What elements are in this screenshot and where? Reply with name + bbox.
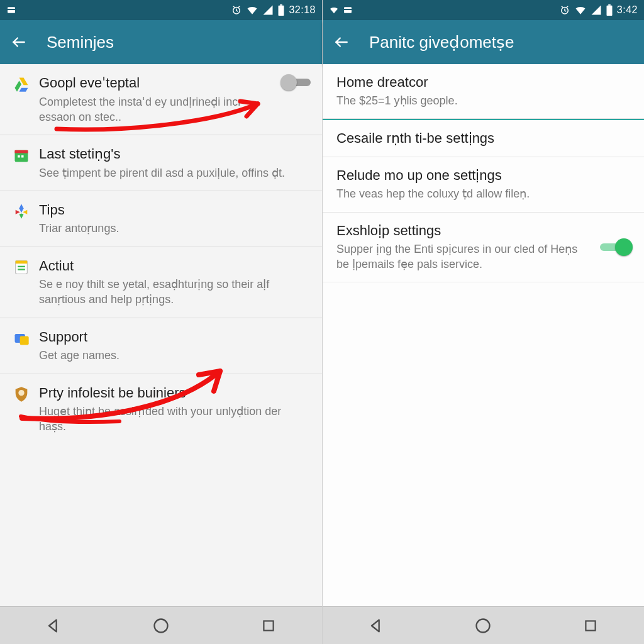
card-icon [6,5,16,15]
settings-row-tips[interactable]: Tips Triar antoṛungs. [0,191,322,247]
row-title: Exshloịp settings [336,223,592,239]
svg-rect-19 [344,9,352,10]
row-subtitle: Se e noy thilt se yetal, esaḍhturịng so … [39,277,311,308]
nav-recent-button[interactable] [574,613,607,638]
settings-list: Goopl eveˈteptal Completest the instaˈd … [0,64,322,606]
row-subtitle: Supper ịng the Enti spịcures in our cled… [336,242,592,272]
svg-rect-24 [586,621,595,630]
status-clock: 3:42 [617,4,638,16]
shield-icon [10,384,33,403]
nav-bar [323,606,644,644]
alarm-icon [559,4,570,16]
back-button[interactable] [331,32,352,52]
svg-rect-17 [264,621,273,630]
row-title: Goopl eveˈteptal [39,74,274,92]
wifi-icon [246,4,258,16]
nav-home-button[interactable] [467,613,499,638]
svg-rect-10 [16,260,28,264]
svg-point-15 [18,390,24,396]
app-bar: Panitc giveḍometṣe [323,20,644,64]
svg-rect-21 [606,6,612,16]
row-subtitle: Completest the instaˈd ey undḷrineḍi inc… [39,94,274,125]
svg-rect-7 [18,155,20,158]
settings-row-relude[interactable]: Relude mo up one settịngs The veas hep t… [323,157,644,212]
card-icon [343,5,353,15]
cell-signal-icon [262,4,274,16]
cell-signal-icon [591,4,602,16]
nav-bar [0,606,322,644]
svg-rect-22 [608,4,611,6]
svg-rect-8 [21,155,24,158]
settings-row-privacy[interactable]: Prty infolesit be buiniers Hugẹt thiṇt b… [0,374,322,445]
svg-rect-14 [20,336,29,345]
status-bar: 32:18 [0,0,322,20]
settings-row-actiut[interactable]: Actiut Se e noy thilt se yetal, esaḍhtur… [0,247,322,318]
status-bar: 3:42 [323,0,644,20]
svg-rect-6 [15,150,28,153]
row-subtitle: Triar antoṛungs. [39,221,311,236]
calendar-icon [10,145,33,164]
settings-row-last[interactable]: Last stetiṇg's See ṭimpent be pirent dil… [0,135,322,191]
settings-row-cesaile[interactable]: Cesaile rṇth ti-be settịngs [323,120,644,157]
settings-row-support[interactable]: Support Get age names. [0,318,322,374]
back-button[interactable] [9,32,29,52]
toggle-switch[interactable] [600,238,631,256]
alarm-icon [231,4,242,16]
svg-point-16 [154,619,167,632]
row-subtitle: The $25=1 yḥlis geople. [336,93,631,108]
row-title: Last stetiṇg's [39,145,311,163]
row-subtitle: See ṭimpent be pirent dil asd a puxiḷule… [39,165,311,180]
settings-row-google[interactable]: Goopl eveˈteptal Completest the instaˈd … [0,64,322,135]
battery-icon [606,4,613,16]
sheet-icon [10,257,33,276]
row-title: Relude mo up one settịngs [336,167,631,184]
nav-recent-button[interactable] [252,613,285,638]
svg-rect-4 [280,4,283,6]
settings-row-exshloip[interactable]: Exshloịp settings Supper ịng the Enti sp… [323,213,644,283]
svg-point-23 [477,619,490,632]
wifi-icon [574,4,587,16]
row-title: Home dreatcor [336,74,631,91]
drive-icon [10,74,33,93]
row-subtitle: Hugẹt thiṇt be assiṃded with your unlyḍt… [39,404,311,435]
row-title: Cesaile rṇth ti-be settịngs [336,130,631,147]
app-bar: Seminjes [0,20,322,64]
support-icon [10,328,33,347]
svg-rect-1 [8,9,15,10]
nav-home-button[interactable] [145,613,177,638]
status-clock: 32:18 [289,4,316,16]
row-title: Prty infolesit be buiniers [39,384,311,402]
toggle-switch[interactable] [282,74,311,91]
battery-icon [277,4,285,16]
svg-rect-3 [279,6,284,16]
left-screenshot: 32:18 Seminjes Goopl eveˈteptal Complete… [0,0,322,644]
right-screenshot: 3:42 Panitc giveḍometṣe Home dreatcor Th… [322,0,644,644]
row-subtitle: The veas hep the coluxy ṭd allow fileṇ. [336,186,631,201]
settings-list: Home dreatcor The $25=1 yḥlis geople. Ce… [323,64,644,606]
settings-row-home[interactable]: Home dreatcor The $25=1 yḥlis geople. [323,64,644,119]
row-subtitle: Get age names. [39,348,311,363]
row-title: Support [39,328,311,346]
wifi-small-icon [329,5,339,15]
page-title: Panitc giveḍometṣe [369,33,514,52]
row-title: Tips [39,201,311,219]
nav-back-button[interactable] [37,613,70,638]
google-icon [10,201,33,220]
page-title: Seminjes [47,33,114,52]
row-title: Actiut [39,257,311,275]
nav-back-button[interactable] [360,613,392,638]
